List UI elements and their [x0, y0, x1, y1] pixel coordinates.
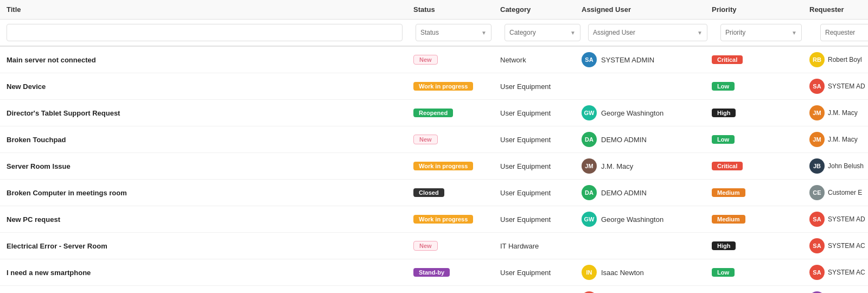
- table-row[interactable]: I need a new smartphone Stand-by User Eq…: [0, 259, 868, 286]
- assigned-user-name: Isaac Newton: [601, 269, 644, 277]
- status-badge: New: [413, 55, 438, 65]
- ticket-title: New Device: [7, 82, 413, 91]
- requester-filter-label: Requester: [825, 29, 855, 36]
- priority-badge: Low: [712, 268, 735, 277]
- status-badge: Reopened: [413, 109, 453, 117]
- col-status: Status: [413, 5, 500, 14]
- ticket-title: I need a new smartphone: [7, 269, 413, 277]
- status-badge: Stand-by: [413, 268, 450, 277]
- category-cell: User Equipment: [500, 109, 582, 117]
- col-category: Category: [500, 5, 582, 14]
- requester-avatar: JM: [809, 105, 825, 120]
- requester-avatar: SA: [809, 265, 825, 280]
- requester-avatar: JM: [809, 132, 825, 147]
- col-requester: Requester: [809, 5, 868, 14]
- table-row[interactable]: Server Room Issue Work in progress User …: [0, 153, 868, 180]
- status-filter-chevron: ▼: [481, 30, 487, 36]
- priority-filter-chevron: ▼: [792, 30, 797, 36]
- assigned-avatar: DA: [582, 185, 597, 200]
- priority-cell: High: [712, 109, 809, 117]
- category-cell: User Equipment: [500, 82, 582, 91]
- table-row[interactable]: Broken Touchpad New User Equipment DA DE…: [0, 126, 868, 153]
- status-badge: New: [413, 241, 438, 251]
- requester-avatar: SA: [809, 212, 825, 227]
- requester-cell: SA SYSTEM AD: [809, 212, 868, 227]
- priority-cell: Low: [712, 268, 809, 277]
- priority-cell: Medium: [712, 188, 809, 197]
- table-row[interactable]: Director IPad Weird Behaviour Stand-by U…: [0, 286, 868, 293]
- category-filter[interactable]: Category ▼: [505, 24, 580, 41]
- priority-badge: Critical: [712, 162, 743, 170]
- ticket-title: Server Room Issue: [7, 162, 413, 170]
- priority-badge: Medium: [712, 215, 745, 224]
- assigned-avatar: GW: [582, 105, 597, 120]
- requester-name: SYSTEM AC: [828, 242, 865, 250]
- priority-filter-label: Priority: [725, 29, 745, 36]
- requester-name: SYSTEM AC: [828, 269, 865, 276]
- status-cell: New: [413, 241, 500, 251]
- status-cell: Stand-by: [413, 268, 500, 277]
- status-filter-label: Status: [420, 29, 439, 36]
- requester-filter[interactable]: Requester: [820, 24, 868, 41]
- status-cell: New: [413, 55, 500, 65]
- priority-badge: Low: [712, 135, 735, 144]
- col-title: Title: [7, 5, 413, 14]
- rows-container: Main server not connected New Network SA…: [0, 47, 868, 293]
- assigned-user-name: George Washington: [601, 215, 663, 224]
- col-priority: Priority: [712, 5, 809, 14]
- requester-cell: JM J.M. Macy: [809, 132, 868, 147]
- table-row[interactable]: Electrical Error - Server Room New IT Ha…: [0, 233, 868, 259]
- requester-avatar: SA: [809, 79, 825, 94]
- table-row[interactable]: New Device Work in progress User Equipme…: [0, 73, 868, 100]
- assigned-user-name: DEMO ADMIN: [601, 136, 647, 144]
- status-cell: Work in progress: [413, 162, 500, 170]
- status-badge: Work in progress: [413, 162, 473, 170]
- assigned-avatar: IN: [582, 265, 597, 280]
- priority-badge: High: [712, 241, 736, 250]
- category-cell: User Equipment: [500, 189, 582, 197]
- requester-name: Customer E: [828, 189, 862, 196]
- requester-avatar: SA: [809, 238, 825, 253]
- requester-name: SYSTEM AD: [828, 82, 865, 90]
- assigned-user-cell: JM J.M. Macy: [582, 158, 712, 174]
- assigned-user-cell: GW George Washington: [582, 105, 712, 120]
- ticket-title: Broken Touchpad: [7, 136, 413, 144]
- ticket-title: Main server not connected: [7, 56, 413, 64]
- priority-cell: Low: [712, 82, 809, 91]
- search-input[interactable]: [7, 24, 403, 41]
- assigned-avatar: SA: [582, 52, 597, 67]
- priority-badge: High: [712, 109, 736, 117]
- assigned-user-cell: SA SYSTEM ADMIN: [582, 52, 712, 67]
- priority-cell: Medium: [712, 215, 809, 224]
- table-row[interactable]: Broken Computer in meetings room Closed …: [0, 180, 868, 206]
- category-cell: User Equipment: [500, 162, 582, 170]
- assigned-user-filter[interactable]: Assigned User ▼: [588, 24, 707, 41]
- status-cell: Work in progress: [413, 215, 500, 224]
- assigned-user-cell: GW George Washington: [582, 212, 712, 227]
- priority-filter[interactable]: Priority ▼: [720, 24, 802, 41]
- requester-name: J.M. Macy: [828, 136, 858, 143]
- table-row[interactable]: Director's Tablet Support Request Reopen…: [0, 100, 868, 126]
- assigned-user-name: J.M. Macy: [601, 162, 633, 170]
- category-cell: User Equipment: [500, 215, 582, 224]
- priority-cell: High: [712, 241, 809, 250]
- priority-cell: Critical: [712, 162, 809, 170]
- status-cell: Work in progress: [413, 82, 500, 91]
- requester-cell: JB John Belush: [809, 158, 868, 174]
- category-cell: IT Hardware: [500, 242, 582, 250]
- status-filter[interactable]: Status ▼: [416, 24, 492, 41]
- assigned-user-cell: DA DEMO ADMIN: [582, 132, 712, 147]
- requester-avatar: JB: [809, 158, 825, 174]
- requester-name: Robert Boyl: [828, 56, 862, 63]
- assigned-user-cell: IN Isaac Newton: [582, 265, 712, 280]
- requester-cell: SA SYSTEM AD: [809, 79, 868, 94]
- table-row[interactable]: Main server not connected New Network SA…: [0, 47, 868, 73]
- priority-badge: Low: [712, 82, 735, 91]
- column-headers: Title Status Category Assigned User Prio…: [0, 0, 868, 20]
- requester-cell: RB Robert Boyl: [809, 52, 868, 67]
- ticket-title: Director's Tablet Support Request: [7, 109, 413, 117]
- status-cell: Reopened: [413, 109, 500, 117]
- table-row[interactable]: New PC request Work in progress User Equ…: [0, 206, 868, 233]
- requester-cell: JM J.M. Macy: [809, 105, 868, 120]
- tickets-table: Title Status Category Assigned User Prio…: [0, 0, 868, 293]
